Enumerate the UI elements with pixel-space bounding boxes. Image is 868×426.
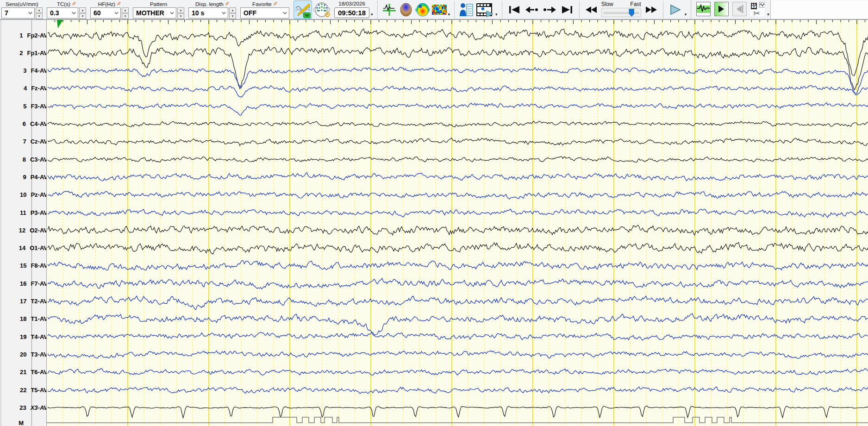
spinner-down-icon[interactable]: ▼ [229, 13, 236, 19]
head-3d-map-button[interactable] [398, 1, 414, 19]
datetime-dropdown-icon[interactable]: ▾ [371, 12, 373, 17]
topography-map-button[interactable] [415, 1, 431, 19]
patient-info-button[interactable] [458, 1, 474, 19]
play-dropdown-icon[interactable]: ▾ [685, 12, 687, 17]
edit-pencil-icon[interactable]: ✎ [72, 1, 76, 6]
channel-number: 8 [1, 156, 26, 163]
fast-forward-icon [644, 5, 658, 14]
montage-button[interactable]: ⚙ [312, 1, 331, 19]
separator [691, 1, 691, 19]
slider-slow-label: Slow [601, 1, 613, 8]
eeg-trace-area[interactable] [46, 20, 868, 426]
skip-to-end-button[interactable] [558, 1, 576, 18]
field-high-filter: HF(Hz)✎ 60 ▲ ▼ [90, 0, 129, 19]
channel-row-f3-av[interactable]: 5F3-AV [1, 101, 48, 111]
waveform-o1-av [48, 242, 868, 254]
channel-row-x3-av[interactable]: 23X3-AV [1, 403, 48, 412]
skip-end-icon [561, 5, 573, 14]
channel-row-pz-av[interactable]: 10Pz-AV [1, 190, 48, 200]
analysis-dropdown-icon[interactable]: ▾ [448, 12, 450, 17]
notch-filter-button[interactable]: 50 [293, 0, 312, 19]
waveform-o2-av [48, 225, 868, 235]
clip-cut-button[interactable]: ✂ [750, 2, 765, 16]
time-display[interactable]: 09:50:18 [334, 7, 369, 18]
speed-slider-thumb[interactable] [629, 9, 634, 17]
fast-forward-button[interactable] [642, 1, 660, 18]
channel-row-fz-av[interactable]: 4Fz-AV [1, 84, 48, 93]
spinner-up-icon[interactable]: ▲ [229, 7, 236, 13]
channel-row-cz-av[interactable]: 7Cz-AV [1, 137, 48, 146]
spinner-down-icon[interactable]: ▼ [79, 13, 86, 19]
channel-row-p4-av[interactable]: 9P4-AV [1, 172, 48, 182]
channel-row-f7-av[interactable]: 16F7-AV [1, 279, 48, 288]
channel-row-o1-av[interactable]: 14O1-AV [1, 244, 48, 253]
channel-number: 19 [1, 333, 26, 340]
channel-label: Fp1-AV [27, 50, 48, 56]
channel-row-p3-av[interactable]: 11P3-AV [1, 208, 48, 217]
favorite-select[interactable]: OFF [240, 7, 289, 19]
channel-number: 16 [1, 280, 26, 287]
channel-row-t2-av[interactable]: 17T2-AV [1, 297, 48, 306]
step-forward-button[interactable] [541, 1, 558, 18]
speed-slider-track[interactable] [601, 8, 641, 17]
panel-divider [31, 20, 32, 426]
channel-row-f8-av[interactable]: 15F8-AV [1, 261, 48, 270]
step-back-button[interactable] [523, 1, 541, 18]
channel-row-t6-av[interactable]: 21T6-AV [1, 368, 48, 377]
channel-label: Pz-AV [31, 191, 48, 198]
display-length-select[interactable]: 10 s [188, 7, 228, 19]
channel-row-t1-av[interactable]: 18T1-AV [1, 314, 48, 324]
review-trace-button[interactable] [696, 2, 711, 16]
hf-select[interactable]: 60 [90, 7, 121, 19]
rewind-button[interactable] [583, 1, 600, 18]
waveform-c4-av [48, 121, 868, 127]
skip-to-start-button[interactable] [506, 1, 523, 18]
field-display-length: Disp. length✎ 10 s ▲ ▼ [188, 0, 236, 19]
chevron-down-icon [170, 12, 174, 14]
marker-channel-row: M [1, 418, 48, 426]
spinner-down-icon[interactable]: ▼ [177, 13, 184, 19]
waveform-fz-av [48, 86, 868, 97]
spinner-up-icon[interactable]: ▲ [79, 7, 86, 13]
channel-row-c4-av[interactable]: 6C4-AV [1, 119, 48, 129]
skip-start-icon [508, 5, 520, 14]
spinner-up-icon[interactable]: ▲ [177, 7, 184, 13]
video-button[interactable] [475, 1, 494, 19]
spinner-down-icon[interactable]: ▼ [36, 13, 43, 19]
datetime-display: 18/03/2026 09:50:18 [334, 0, 369, 18]
channel-row-f4-av[interactable]: 3F4-AV [1, 66, 48, 75]
channel-row-c3-av[interactable]: 8C3-AV [1, 155, 48, 164]
spectrogram-button[interactable] [431, 1, 447, 19]
spinner-down-icon[interactable]: ▼ [122, 13, 129, 19]
trace-cursor-button[interactable] [381, 1, 397, 19]
tc-select[interactable]: 0.3 [47, 7, 78, 19]
edit-pencil-icon[interactable]: ✎ [273, 1, 277, 6]
channel-row-t4-av[interactable]: 19T4-AV [1, 332, 48, 341]
chevron-down-icon [72, 12, 76, 14]
pattern-select[interactable]: MOTHER [133, 7, 176, 19]
channel-row-t5-av[interactable]: 22T5-AV [1, 385, 48, 395]
channel-row-fp1-av[interactable]: 2Fp1-AV [1, 48, 48, 57]
channel-label: X3-AV [31, 404, 48, 411]
waveform-t2-av [48, 296, 868, 310]
channel-number: 23 [1, 404, 26, 411]
edit-pencil-icon[interactable]: ✎ [225, 1, 229, 6]
video-dropdown-icon[interactable]: ▾ [495, 12, 498, 17]
play-icon [669, 4, 682, 15]
review-play-button[interactable] [714, 2, 729, 16]
separator [377, 1, 378, 19]
sensitivity-select[interactable]: 7 [1, 7, 35, 19]
play-button[interactable] [667, 1, 684, 18]
channel-number: 7 [1, 138, 26, 145]
edit-pencil-icon[interactable]: ✎ [117, 1, 121, 6]
channel-row-fp2-av[interactable]: 1Fp2-AV [1, 31, 48, 40]
spinner-up-icon[interactable]: ▲ [36, 7, 43, 13]
channel-number: 2 [1, 50, 23, 56]
clip-dropdown-icon[interactable]: ▾ [767, 12, 769, 17]
waveform-x3-av [48, 406, 868, 418]
channel-row-o2-av[interactable]: 12O2-AV [1, 226, 48, 235]
spinner-up-icon[interactable]: ▲ [122, 7, 129, 13]
channel-row-t3-av[interactable]: 20T3-AV [1, 350, 48, 359]
waveform-fp1-av [48, 47, 868, 90]
eeg-waveforms [47, 20, 868, 426]
